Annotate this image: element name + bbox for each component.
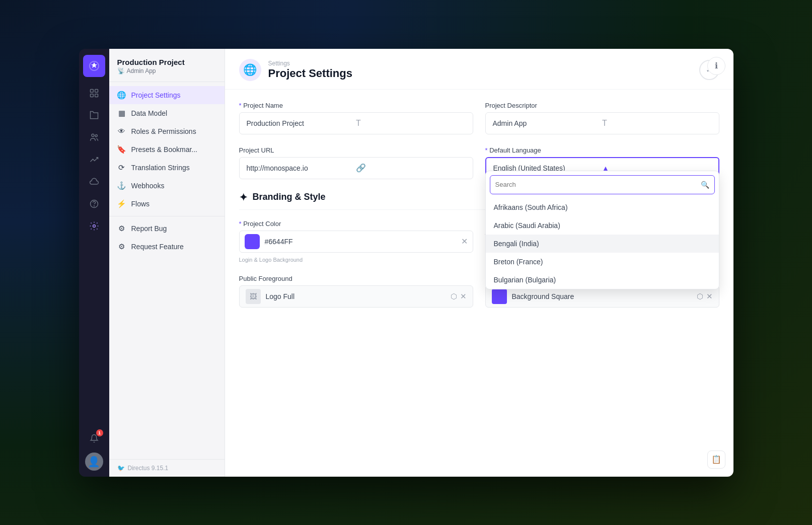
nav-item-data-model[interactable]: ▦ Data Model: [109, 104, 225, 122]
nav-item-request-feature-label: Request Feature: [131, 243, 184, 251]
nav-item-project-settings[interactable]: 🌐 Project Settings: [109, 86, 225, 104]
background-remove-icon[interactable]: ✕: [706, 292, 713, 301]
main-content: ℹ 🌐 Settings Project Settings ✓ Project …: [225, 49, 733, 477]
sidebar: Production Project 📡 Admin App 🌐 Project…: [109, 49, 225, 477]
lang-bulgarian[interactable]: Bulgarian (Bulgaria): [486, 271, 719, 289]
nav-item-presets-label: Presets & Bookmar...: [131, 145, 198, 154]
header-left: 🌐 Settings Project Settings: [239, 59, 352, 81]
notifications-button[interactable]: 1: [84, 428, 104, 448]
search-icon: 🔍: [701, 181, 709, 189]
info-button[interactable]: ℹ: [707, 57, 725, 75]
background-filename: Background Square: [512, 292, 692, 301]
presets-icon: 🔖: [117, 145, 126, 154]
roles-icon: 👁: [117, 127, 126, 136]
nav-item-data-model-label: Data Model: [131, 109, 168, 117]
sidebar-item-cloud[interactable]: [84, 172, 104, 192]
webhooks-icon: ⚓: [117, 181, 126, 190]
nav-item-translation-strings[interactable]: ⟳ Translation Strings: [109, 159, 225, 177]
project-url-input[interactable]: http://monospace.io 🔗: [239, 157, 473, 179]
breadcrumb: Settings: [268, 60, 352, 67]
app-shell: 1 👤 Production Project 📡 Admin App 🌐 Pro…: [79, 49, 733, 477]
project-descriptor-group: Project Descriptor Admin App T: [485, 102, 719, 134]
language-list: Afrikaans (South Africa) Arabic (Saudi A…: [486, 198, 719, 289]
nav-item-report-bug[interactable]: ⚙ Report Bug: [109, 219, 225, 238]
translation-icon: ⟳: [117, 163, 126, 172]
public-foreground-group: Public Foreground 🖼 Logo Full ⬡ ✕: [239, 275, 473, 308]
nav-item-roles-permissions[interactable]: 👁 Roles & Permissions: [109, 122, 225, 140]
project-settings-icon: 🌐: [117, 91, 126, 100]
language-dropdown-menu: 🔍 Afrikaans (South Africa) Arabic (Saudi…: [485, 171, 719, 289]
branding-title: Branding & Style: [253, 192, 326, 202]
lang-breton[interactable]: Breton (France): [486, 253, 719, 271]
main-scroll: Project Name Production Project T Projec…: [225, 90, 733, 477]
default-language-label: Default Language: [485, 146, 719, 154]
sidebar-header: Production Project 📡 Admin App: [109, 49, 225, 82]
project-color-input[interactable]: #6644FF ✕: [239, 231, 473, 253]
project-descriptor-translate-icon: T: [602, 119, 712, 128]
sidebar-item-content[interactable]: [84, 83, 104, 103]
language-search-input[interactable]: [495, 181, 697, 188]
main-header: 🌐 Settings Project Settings ✓: [225, 49, 733, 90]
background-thumb: [492, 289, 507, 304]
svg-rect-0: [90, 89, 93, 92]
branding-icon: ✦: [239, 191, 248, 203]
foreground-thumb: 🖼: [246, 289, 261, 304]
sidebar-item-users[interactable]: [84, 127, 104, 147]
nav-item-project-settings-label: Project Settings: [131, 91, 181, 99]
flows-icon: ⚡: [117, 199, 126, 208]
svg-point-7: [94, 205, 94, 206]
sidebar-item-analytics[interactable]: [84, 149, 104, 170]
project-sub: 📡 Admin App: [117, 67, 216, 74]
svg-rect-3: [95, 94, 98, 97]
svg-rect-2: [90, 94, 93, 97]
sidebar-divider: [109, 216, 225, 216]
background-actions: ⬡ ✕: [697, 292, 713, 301]
nav-item-presets[interactable]: 🔖 Presets & Bookmar...: [109, 140, 225, 159]
svg-point-8: [93, 224, 95, 227]
public-foreground-input[interactable]: 🖼 Logo Full ⬡ ✕: [239, 285, 473, 308]
project-name-label: Project Name: [239, 102, 473, 109]
form-row-names: Project Name Production Project T Projec…: [239, 102, 719, 134]
foreground-filename: Logo Full: [266, 292, 446, 301]
foreground-remove-icon[interactable]: ✕: [460, 292, 467, 301]
foreground-open-icon[interactable]: ⬡: [451, 292, 457, 301]
report-bug-icon: ⚙: [117, 224, 126, 233]
nav-item-request-feature[interactable]: ⚙ Request Feature: [109, 238, 225, 256]
foreground-actions: ⬡ ✕: [451, 292, 467, 301]
public-foreground-label: Public Foreground: [239, 275, 473, 282]
project-name-group: Project Name Production Project T: [239, 102, 473, 134]
wifi-icon: 📡: [117, 67, 125, 74]
nav-item-flows[interactable]: ⚡ Flows: [109, 195, 225, 213]
nav-item-webhooks-label: Webhooks: [131, 182, 165, 190]
clipboard-button[interactable]: 📋: [707, 451, 725, 469]
lang-bengali[interactable]: Bengali (India): [486, 235, 719, 253]
color-clear-icon[interactable]: ✕: [461, 237, 468, 246]
header-text: Settings Project Settings: [268, 60, 352, 80]
color-hint: Login & Logo Background: [239, 257, 473, 263]
project-url-group: Project URL http://monospace.io 🔗: [239, 146, 473, 179]
app-logo[interactable]: [83, 55, 105, 77]
color-value: #6644FF: [265, 238, 456, 246]
nav-item-translation-label: Translation Strings: [131, 164, 190, 172]
language-search[interactable]: 🔍: [490, 175, 715, 194]
version-label: 🐦 Directus 9.15.1: [117, 465, 216, 472]
lang-afrikaans[interactable]: Afrikaans (South Africa): [486, 198, 719, 216]
sidebar-item-files[interactable]: [84, 105, 104, 125]
nav-item-webhooks[interactable]: ⚓ Webhooks: [109, 177, 225, 195]
color-swatch: [245, 234, 260, 249]
sidebar-footer: 🐦 Directus 9.15.1: [109, 459, 225, 477]
project-name-input[interactable]: Production Project T: [239, 112, 473, 134]
project-descriptor-label: Project Descriptor: [485, 102, 719, 109]
user-avatar[interactable]: 👤: [85, 453, 103, 471]
background-open-icon[interactable]: ⬡: [697, 292, 703, 301]
project-descriptor-input[interactable]: Admin App T: [485, 112, 719, 134]
sidebar-item-settings[interactable]: [84, 216, 104, 236]
lang-arabic[interactable]: Arabic (Saudi Arabia): [486, 216, 719, 235]
project-color-group: Project Color #6644FF ✕ Login & Logo Bac…: [239, 220, 473, 263]
project-name-translate-icon: T: [356, 119, 466, 128]
sidebar-item-help[interactable]: [84, 194, 104, 214]
nav-item-flows-label: Flows: [131, 200, 150, 208]
svg-rect-1: [95, 89, 98, 92]
request-feature-icon: ⚙: [117, 242, 126, 251]
project-url-label: Project URL: [239, 146, 473, 154]
